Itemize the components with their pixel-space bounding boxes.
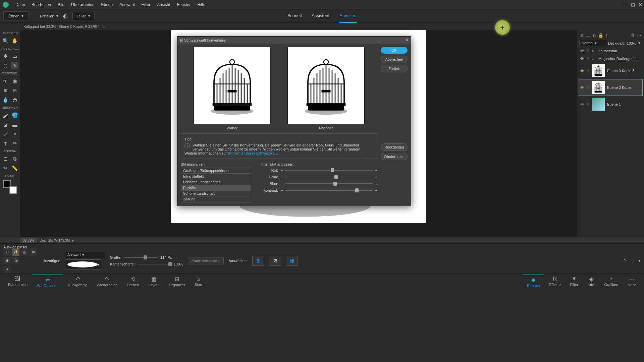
spot-heal-tool-icon[interactable]: ◉	[11, 77, 18, 85]
move-tool-icon[interactable]: ✥	[2, 53, 9, 60]
footer-more[interactable]: ⋯Mehr	[623, 275, 641, 289]
footer-styles[interactable]: ◈Stile	[583, 275, 599, 289]
layer-row[interactable]: 👁⚲Ebene 0 Kopie 3	[579, 62, 643, 79]
intensity-slider[interactable]	[285, 170, 372, 171]
blend-mode-select[interactable]: Normal ▾	[579, 40, 606, 46]
minimize-icon[interactable]: —	[622, 2, 629, 8]
footer-layout[interactable]: ▦Layout	[144, 275, 164, 289]
menu-datei[interactable]: Datei	[12, 2, 28, 7]
blur-tool-icon[interactable]: 💧	[2, 96, 9, 104]
clone-tool-icon[interactable]: ⊕	[2, 87, 9, 94]
style-option[interactable]: Zeitung	[181, 196, 251, 202]
menu-icon[interactable]: ⋯	[630, 258, 634, 263]
selection-brush-icon[interactable]: ⊙	[3, 248, 11, 256]
dialog-close-icon[interactable]: ✕	[405, 38, 408, 42]
bucket-tool-icon[interactable]: 🪣	[11, 112, 18, 119]
shape-tool-icon[interactable]: ▬	[11, 121, 18, 128]
layer-row[interactable]: 👁⚲Ebene 1	[579, 96, 643, 113]
tab-expert[interactable]: Erweitert	[339, 9, 357, 23]
marquee-tool-icon[interactable]: ▭	[11, 53, 18, 60]
footer-toolopt[interactable]: ⇄Wz-Optionen	[32, 275, 63, 289]
visibility-icon[interactable]: 👁	[580, 102, 585, 106]
layer-row[interactable]: 👁⚲◇Magischer Radiergummi	[579, 55, 643, 62]
menu-filter[interactable]: Filter	[138, 2, 154, 7]
select-sky-icon[interactable]: 👥	[286, 256, 298, 266]
zoom-level[interactable]: 33,33%	[20, 238, 37, 243]
add-fab-icon[interactable]: +	[495, 20, 510, 35]
menu-auswahl[interactable]: Auswahl	[116, 2, 138, 7]
maximize-icon[interactable]: ▢	[629, 2, 637, 8]
lock-icon[interactable]: ⚲	[587, 56, 590, 61]
straighten-tool-icon[interactable]: 📏	[11, 165, 18, 172]
selection-mode-select[interactable]: Auswahl ▾	[65, 252, 105, 258]
new-layer-icon[interactable]: 🗎	[580, 33, 584, 38]
dark-mode-icon[interactable]: ◐	[63, 13, 68, 19]
menu-bild[interactable]: Bild	[54, 2, 68, 7]
footer-rotate[interactable]: ⟲Drehen	[122, 275, 144, 289]
tab-guided[interactable]: Assistent	[312, 9, 329, 23]
custom-tool-icon[interactable]: ✧	[11, 130, 18, 138]
footer-layers[interactable]: ◆Ebenen	[523, 275, 545, 289]
refine-edge-button[interactable]: Kante verbesse...	[188, 257, 224, 264]
opacity-value[interactable]: 100%	[627, 41, 636, 45]
visibility-icon[interactable]: 👁	[580, 85, 585, 89]
quick-select-tool-icon[interactable]: ✎	[11, 62, 18, 69]
footer-graphics[interactable]: +Grafiken	[599, 275, 623, 289]
create-button[interactable]: Erstellen ▾	[35, 12, 63, 20]
select-subject-icon[interactable]: 👤	[252, 256, 264, 266]
intensity-slider[interactable]	[285, 190, 372, 191]
style-option[interactable]: Porträts	[181, 185, 251, 191]
style-option[interactable]: Schöne Landschaft	[181, 191, 251, 196]
brush-tool-icon[interactable]: 🖌	[2, 112, 9, 119]
menu-überarbeiten[interactable]: Überarbeiten	[68, 2, 98, 7]
hand-tool-icon[interactable]: ✋	[11, 37, 18, 45]
lock-icon[interactable]: ⚲	[587, 49, 590, 53]
menu-hilfe[interactable]: Hilfe	[194, 2, 209, 7]
sponge-tool-icon[interactable]: ◓	[11, 96, 18, 104]
pencil-tool-icon[interactable]: ✏	[11, 140, 18, 147]
chevron-right-icon[interactable]: ▸	[72, 239, 74, 242]
redo-button[interactable]: Wiederholen	[381, 153, 408, 160]
visibility-icon[interactable]: 👁	[580, 49, 585, 53]
tip-link[interactable]: Konvertierung in Schwarzweiß	[228, 151, 278, 155]
eyedropper-tool-icon[interactable]: ⤢	[2, 130, 9, 138]
add-icon[interactable]: ⊕	[3, 257, 11, 264]
share-button[interactable]: Teilen ▾	[72, 12, 95, 20]
group-icon[interactable]: ▭	[586, 33, 590, 38]
brush-preview[interactable]: ▾	[65, 259, 102, 269]
lock-icon[interactable]: 🔒	[598, 33, 603, 38]
stamp-tool-icon[interactable]: ⊛	[11, 87, 18, 94]
trash-icon[interactable]: 🗑	[631, 33, 635, 38]
visibility-icon[interactable]: 👁	[580, 57, 585, 61]
auto-icon[interactable]: ⊞	[30, 248, 37, 256]
menu-bearbeiten[interactable]: Bearbeiten	[28, 2, 54, 7]
visibility-icon[interactable]: 👁	[580, 69, 585, 73]
menu-ansicht[interactable]: Ansicht	[154, 2, 173, 7]
ok-button[interactable]: OK	[381, 47, 408, 54]
footer-fx[interactable]: fxEffekte	[544, 275, 565, 289]
text-tool-icon[interactable]: T	[2, 140, 9, 147]
document-tab[interactable]: Käfig.psd bei 33,3% (Ebene 0 Kopie, RGB/…	[23, 24, 100, 28]
help-icon[interactable]: ?	[624, 259, 626, 263]
dialog-titlebar[interactable]: In Schwarzweiß konvertieren ✕	[177, 37, 411, 44]
footer-undo[interactable]: ↶Rückgängig	[63, 275, 92, 289]
extra-icon[interactable]: ✦	[3, 266, 11, 273]
footer-home[interactable]: ⌂Start	[190, 275, 207, 289]
zoom-tool-icon[interactable]: 🔍	[2, 37, 9, 45]
cancel-button[interactable]: Abbrechen	[381, 56, 408, 63]
panel-menu-icon[interactable]: ⋯	[637, 33, 641, 38]
lasso-tool-icon[interactable]: ◌	[2, 62, 9, 69]
sub-icon[interactable]: ⇲	[12, 257, 19, 264]
mask-icon[interactable]: ◐	[592, 33, 596, 38]
footer-filter[interactable]: ▼Filter	[566, 275, 583, 289]
layer-row[interactable]: 👁⚲◇Zauberstab	[579, 47, 643, 55]
hardness-value[interactable]: 100%	[174, 262, 183, 266]
redeye-tool-icon[interactable]: 👁	[2, 77, 9, 85]
fx-icon[interactable]: ⫿	[605, 33, 608, 38]
undo-button[interactable]: Rückgängig	[381, 143, 408, 151]
style-option[interactable]: Großstadt/Schnappschüsse	[181, 168, 251, 174]
recompose-tool-icon[interactable]: ⧉	[11, 155, 18, 163]
menu-ebene[interactable]: Ebene	[98, 2, 116, 7]
collapse-icon[interactable]: ▾	[639, 258, 641, 263]
size-value[interactable]: 114 Px	[160, 255, 172, 259]
